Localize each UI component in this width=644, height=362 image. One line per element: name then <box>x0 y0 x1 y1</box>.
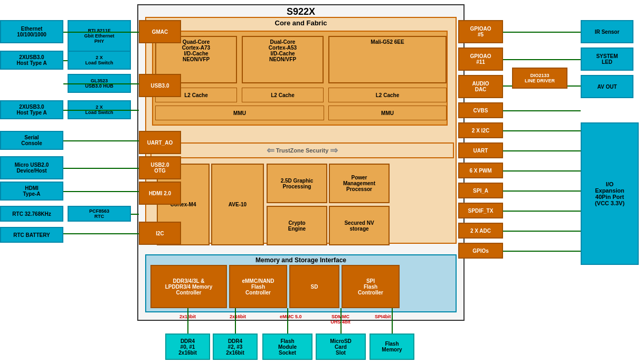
signal-spi4bit: SPI4bit <box>375 314 391 319</box>
vline-flash-socket <box>287 308 288 334</box>
serial-console-device: SerialConsole <box>0 131 63 150</box>
usb3b-line <box>63 110 139 111</box>
mmu-2: MMU <box>328 106 447 120</box>
vline-flash-mem <box>392 308 393 334</box>
pwm-line <box>503 170 581 172</box>
dual-core-a53: Dual-CoreCortex-A53I/D-CacheNEON/VFP <box>242 36 324 83</box>
spi-a-line <box>503 190 581 192</box>
l2-cache-3: L2 Cache <box>328 88 447 102</box>
usb3b-device: 2XUSB3.0Host Type A <box>0 100 63 119</box>
pcf8563-device: PCF8563RTC <box>68 206 131 222</box>
spi-a-block: SPI_A <box>458 183 503 198</box>
ir-sensor-device: IR Sensor <box>581 20 633 43</box>
gmac-block: GMAC <box>139 20 181 43</box>
av-out-device: AV OUT <box>581 75 633 98</box>
hdmi-line <box>63 191 139 192</box>
usb3a-device: 2XUSB3.0Host Type A <box>0 51 63 70</box>
flash-socket-box: FlashModuleSocket <box>262 334 312 360</box>
system-led-device: SYSTEMLED <box>581 47 633 71</box>
rtl-gmac-line <box>131 32 139 33</box>
vline-microsd <box>340 308 342 334</box>
adc-block: 2 X ADC <box>458 223 503 239</box>
ethernet-line <box>63 32 139 33</box>
core-fabric-title: Core and Fabric <box>145 19 457 27</box>
signal-emmc: eMMC 5.0 <box>280 314 302 319</box>
gpios-line <box>503 251 581 252</box>
uart-line <box>503 150 581 151</box>
uart-ao-block: UART_AO <box>139 131 181 154</box>
serial-line <box>63 140 139 141</box>
rtl8211f-device: RTL8211FGbit EthernetPHY <box>68 20 131 52</box>
hdmi-block: HDMI 2.0 <box>139 182 181 205</box>
usb3a-line <box>63 83 139 84</box>
cpu-clusters-box: Quad-CoreCortex-A73I/D-CacheNEON/VFP Dua… <box>152 31 448 126</box>
vline-ddr4-23 <box>235 308 236 334</box>
io-expansion-device: I/OExpansion40Pin Port(VCC 3.3V) <box>581 122 639 265</box>
load-switch-1: 2 XLoad Switch <box>68 51 131 70</box>
gpioao11-led-line <box>503 59 581 60</box>
load-sw1-line <box>63 60 68 61</box>
flash-memory-box: FlashMemory <box>370 334 414 360</box>
crypto-engine: CryptoEngine <box>267 206 327 245</box>
micro-usb-line <box>63 168 139 169</box>
dio2133-device: DIO2133LINE DRIVER <box>512 68 567 89</box>
trustzone-label: TrustZone Security <box>276 147 329 154</box>
gpios-block: GPIOs <box>458 243 503 259</box>
l2-cache-2: L2 Cache <box>242 88 324 102</box>
cvbs-block: CVBS <box>458 102 503 118</box>
spdif-block: SPDIF_TX <box>458 203 503 218</box>
gpioao11-block: GPIOAO#11 <box>458 47 503 71</box>
trustzone-right-arrow: ⇒ <box>330 145 338 156</box>
mmu-1: MMU <box>155 106 324 120</box>
spi-flash-controller: SPIFlashController <box>342 265 400 308</box>
audio-dac-block: AUDIODAC <box>458 75 503 98</box>
i2c-block: I2C <box>139 222 181 245</box>
trustzone-left-arrow: ⇐ <box>267 145 274 156</box>
diagram-container: S922X Core and Fabric Quad-CoreCortex-A7… <box>0 0 644 362</box>
cvbs-line <box>503 110 581 111</box>
sd-controller: SD <box>289 265 339 308</box>
i2c2-block: 2 X I2C <box>458 122 503 138</box>
ddr-controller: DDR3/4/3L &LPDDR3/4 MemoryController <box>150 265 227 308</box>
gpioao5-ir-line <box>503 32 581 33</box>
ethernet-device: Ethernet10/100/1000 <box>0 20 63 43</box>
ave-10: AVE-10 <box>211 164 264 245</box>
chip-title: S922X <box>137 4 465 17</box>
uart-block: UART <box>458 142 503 158</box>
emmc-controller: eMMC/NANDFlashController <box>229 265 287 308</box>
power-mgmt: PowerManagementProcessor <box>329 164 390 203</box>
usb2-otg-block: USB2.0OTG <box>139 156 181 179</box>
spdif-line <box>503 211 581 212</box>
usb3-block: USB3.0 <box>139 74 181 97</box>
i2c2-line <box>503 130 581 131</box>
graphic-2d5: 2.5D GraphicProcessing <box>267 164 327 203</box>
i2c-line <box>63 233 139 234</box>
audio-dio-line <box>503 85 512 87</box>
micro-usb-device: Micro USB2.0Device/Host <box>0 156 63 179</box>
secured-nv: Secured NVstorage <box>329 206 390 245</box>
pwm-block: 6 X PWM <box>458 163 503 178</box>
ddr4-23-box: DDR4#2, #32x16bit <box>213 334 258 360</box>
gpioao5-block: GPIOAO#5 <box>458 20 503 43</box>
trustzone-security: ⇐ TrustZone Security ⇒ <box>150 142 454 158</box>
microsd-box: MicroSDCardSlot <box>316 334 366 360</box>
memory-storage-title: Memory and Storage Interface <box>145 256 457 264</box>
signal-2x16-2: 2x16bit <box>230 314 246 319</box>
rtc-32k-device: RTC 32.768KHz <box>0 206 63 222</box>
ddr4-01-box: DDR4#0, #12x16bit <box>165 334 210 360</box>
rtc-line <box>131 214 139 215</box>
adc-line <box>503 231 581 232</box>
hdmi-type-a-device: HDMIType-A <box>0 182 63 201</box>
rtc-battery-device: RTC BATTERY <box>0 227 63 243</box>
vline-ddr4-01 <box>187 308 188 334</box>
dio-avout-line <box>567 85 581 87</box>
mali-gpu: Mali-G52 6EE <box>328 36 447 83</box>
